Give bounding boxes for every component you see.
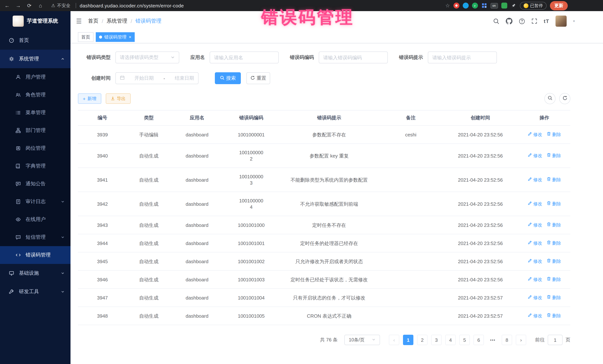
fullscreen-icon[interactable] [532,18,537,24]
sidebar-item-dict[interactable]: 字典管理 [0,157,70,175]
delete-link[interactable]: 删除 [547,295,561,301]
delete-link[interactable]: 删除 [547,222,561,228]
date-range-picker[interactable]: 开始日期 - 结束日期 [116,72,198,84]
avatar[interactable] [556,16,567,27]
sidebar-item-home[interactable]: 首页 [0,31,70,50]
export-button[interactable]: 导出 [105,93,130,104]
edit-link[interactable]: 修改 [528,201,542,207]
edit-link[interactable]: 修改 [528,240,542,246]
back-icon[interactable]: ← [3,0,11,11]
sidebar-item-label: 审计日志 [26,198,46,205]
pager-page-6[interactable]: 6 [474,335,484,345]
pager-page-5[interactable]: 5 [459,335,470,345]
sidebar-item-role[interactable]: 角色管理 [0,86,70,104]
address-url[interactable]: dashboard.yudao.iocoder.cn/system/error-… [80,3,184,8]
edit-link[interactable]: 修改 [528,132,542,138]
chrome-update-button[interactable]: 更新 [550,1,568,10]
reload-icon[interactable]: ⟳ [25,0,33,11]
cell-hint: 定时任务的处理器已经存在 [279,234,379,252]
delete-link[interactable]: 删除 [547,276,561,283]
cell-actions: 修改删除 [518,307,570,325]
sidebar-item-user[interactable]: 用户管理 [0,68,70,86]
edit-link[interactable]: 修改 [528,177,542,183]
cell-app: dashboard [171,252,223,270]
prev-page-button[interactable]: ‹ [389,335,399,345]
add-button[interactable]: + 新增 [78,93,101,104]
media-paused-badge[interactable]: 已暂停 [520,2,547,10]
extension-icon-3[interactable]: v [472,3,478,9]
error-hint-input[interactable] [428,52,497,63]
delete-link[interactable]: 删除 [547,313,561,319]
edit-link[interactable]: 修改 [528,222,542,228]
security-indicator[interactable]: ⚠ 不安全 [51,2,70,9]
sidebar-item-tools[interactable]: 研发工具 [0,282,70,301]
page-size-select[interactable]: 10条/页 [344,335,380,345]
pager-ellipsis[interactable]: ••• [487,335,498,345]
search-icon[interactable] [493,18,500,24]
sidebar-item-error-code[interactable]: 错误码管理 [0,246,70,264]
extension-icon-5[interactable] [501,3,507,9]
error-type-select[interactable]: 请选择错误码类型 [116,52,179,63]
delete-link[interactable]: 删除 [547,132,561,138]
app-name-input[interactable] [210,52,279,63]
delete-link[interactable]: 删除 [547,177,561,183]
github-icon[interactable] [506,18,513,24]
sidebar-item-online-user[interactable]: 在线用户 [0,210,70,228]
column-header-actions: 操作 [518,110,570,125]
edit-link[interactable]: 修改 [528,153,542,159]
edit-link[interactable]: 修改 [528,313,542,319]
breadcrumb-separator: / [102,18,103,24]
forward-icon[interactable]: → [14,0,22,11]
search-button[interactable]: 搜索 [215,72,241,84]
tabs-bar: 首页错误码管理× [70,31,603,43]
cell-type: 自动生成 [127,216,171,234]
pager-page-4[interactable]: 4 [445,335,456,345]
extension-on-badge[interactable]: on [490,3,498,8]
extensions-pin-icon[interactable] [510,3,516,9]
error-code-input[interactable] [319,52,388,63]
reset-button[interactable]: 重置 [246,72,270,84]
help-icon[interactable] [519,18,525,24]
delete-link[interactable]: 删除 [547,201,561,207]
refresh-table-button[interactable] [559,93,570,104]
sidebar-item-log[interactable]: 审计日志 [0,193,70,210]
sidebar-item-post[interactable]: 岗位管理 [0,139,70,157]
pager-page-2[interactable]: 2 [417,335,428,345]
tab-home[interactable]: 首页 [78,32,93,42]
pager-page-1[interactable]: 1 [403,335,413,345]
breadcrumb-item[interactable]: 首页 [88,18,99,24]
table-row: 3946自动生成dashboard1001001003定时任务已经处于该状态，无… [78,270,570,288]
sidebar-item-sms[interactable]: 短信管理 [0,228,70,246]
toggle-search-button[interactable] [544,93,556,104]
browser-home-icon[interactable]: ⌂ [36,0,45,11]
extension-icon-2[interactable] [463,3,468,9]
bookmark-star-icon[interactable]: ☆ [445,3,450,9]
goto-page-input[interactable] [548,335,563,345]
logo[interactable]: 芋道管理系统 [0,11,70,31]
edit-link[interactable]: 修改 [528,276,542,283]
pager-page-8[interactable]: 8 [502,335,512,345]
extension-icon-1[interactable] [453,3,459,9]
delete-link[interactable]: 删除 [547,153,561,159]
tab-error-code-manage[interactable]: 错误码管理× [96,32,135,42]
next-page-button[interactable]: › [516,335,526,345]
edit-link[interactable]: 修改 [528,258,542,265]
extension-icon-4[interactable] [481,3,487,9]
edit-link[interactable]: 修改 [528,295,542,301]
sidebar-item-gear[interactable]: 系统管理 [0,50,70,68]
cell-type: 自动生成 [127,307,171,325]
sidebar-item-infra[interactable]: 基础设施 [0,264,70,282]
hamburger-icon[interactable]: ☰ [76,17,82,25]
sidebar-item-dept-tree[interactable]: 部门管理 [0,121,70,139]
font-size-icon[interactable]: tT [544,18,549,24]
close-icon[interactable]: × [129,35,131,39]
pager-page-3[interactable]: 3 [431,335,441,345]
sidebar-item-menu-list[interactable]: 菜单管理 [0,104,70,121]
delete-link[interactable]: 删除 [547,240,561,246]
delete-link[interactable]: 删除 [547,258,561,265]
sidebar-item-notice[interactable]: 通知公告 [0,175,70,193]
breadcrumb-item[interactable]: 错误码管理 [135,18,162,24]
chevron-down-icon[interactable]: ▾ [573,19,575,23]
breadcrumb-item[interactable]: 系统管理 [106,18,127,24]
search-icon [220,76,224,81]
